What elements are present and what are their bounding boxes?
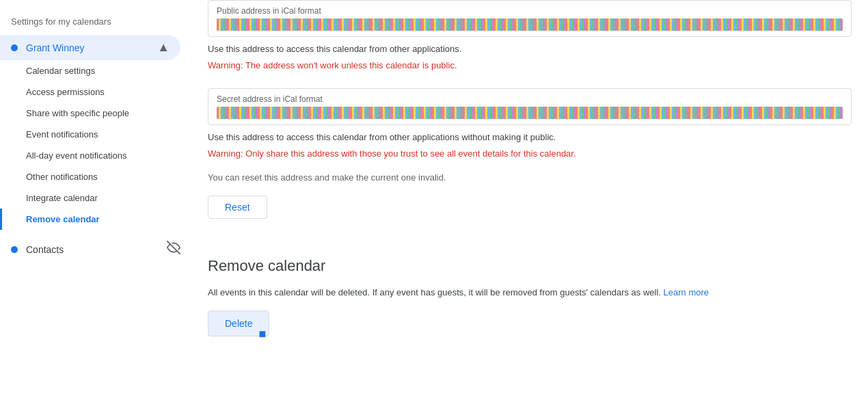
remove-calendar-title: Remove calendar xyxy=(208,257,852,275)
contacts-dot-icon xyxy=(11,246,18,253)
sidebar-section-grant-winney[interactable]: Grant Winney ▲ xyxy=(0,35,180,60)
cursor-icon: ■ xyxy=(259,327,267,341)
learn-more-link[interactable]: Learn more xyxy=(664,287,709,297)
sidebar-item-integrate-calendar[interactable]: Integrate calendar xyxy=(0,187,180,209)
sidebar-contacts[interactable]: Contacts xyxy=(0,235,191,263)
remove-body-if-text: If any event has guests, it will be remo… xyxy=(372,287,664,297)
secret-address-value xyxy=(217,107,843,119)
sidebar-item-other-notifications[interactable]: Other notifications xyxy=(0,166,180,187)
delete-button[interactable]: Delete ■ xyxy=(208,310,269,336)
remove-calendar-body: All events in this calendar will be dele… xyxy=(208,286,852,300)
sidebar-title: Settings for my calendars xyxy=(0,11,191,35)
contacts-label: Contacts xyxy=(26,244,167,255)
sidebar-item-calendar-settings[interactable]: Calendar settings xyxy=(0,60,180,81)
sidebar-item-access-permissions[interactable]: Access permissions xyxy=(0,81,180,103)
secret-address-label: Secret address in iCal format xyxy=(217,94,843,104)
secret-address-box: Secret address in iCal format xyxy=(208,88,852,125)
reset-hint-text: You can reset this address and make the … xyxy=(208,171,852,185)
calendar-name-label: Grant Winney xyxy=(26,42,157,53)
remove-body-text-1: All events in this calendar will be dele… xyxy=(208,287,370,297)
reset-button[interactable]: Reset xyxy=(208,196,267,219)
public-warning-text: Warning: The address won't work unless t… xyxy=(208,59,852,72)
public-info-text: Use this address to access this calendar… xyxy=(208,42,852,56)
secret-address-section: Secret address in iCal format Use this a… xyxy=(208,88,852,241)
public-address-label: Public address in iCal format xyxy=(217,6,843,16)
secret-info-text: Use this address to access this calendar… xyxy=(208,131,852,144)
eye-off-icon xyxy=(167,241,180,258)
main-content: Public address in iCal format Use this a… xyxy=(191,0,868,398)
secret-warning-text: Warning: Only share this address with th… xyxy=(208,147,852,161)
chevron-up-icon: ▲ xyxy=(157,40,169,55)
remove-calendar-section: Remove calendar All events in this calen… xyxy=(208,257,852,337)
sidebar-item-event-notifications[interactable]: Event notifications xyxy=(0,124,180,145)
public-address-section: Public address in iCal format Use this a… xyxy=(208,0,852,72)
public-address-value xyxy=(217,18,843,31)
calendar-dot-icon xyxy=(11,44,18,51)
public-address-box: Public address in iCal format xyxy=(208,0,852,37)
sidebar-item-remove-calendar[interactable]: Remove calendar xyxy=(0,209,180,230)
sidebar: Settings for my calendars Grant Winney ▲… xyxy=(0,0,191,398)
sidebar-item-share-specific-people[interactable]: Share with specific people xyxy=(0,103,180,124)
sidebar-item-allday-notifications[interactable]: All-day event notifications xyxy=(0,145,180,166)
